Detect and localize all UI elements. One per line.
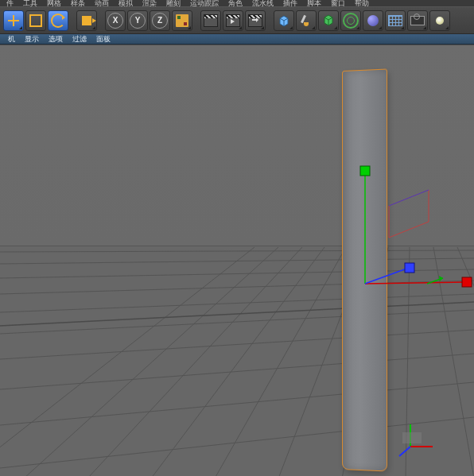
rotate-tool-button[interactable] — [48, 10, 68, 31]
viewmenu-item[interactable]: 面板 — [91, 34, 115, 44]
viewmenu-item[interactable]: 机 — [3, 34, 20, 44]
clapper-arrow-icon — [248, 14, 262, 27]
axis-y-icon: Y — [130, 13, 146, 29]
svg-line-11 — [0, 354, 474, 389]
selected-object[interactable] — [342, 71, 399, 476]
main-toolbar: X Y Z — [0, 6, 474, 34]
scale-tool-button[interactable] — [25, 10, 46, 31]
light-icon — [436, 17, 444, 25]
axis-z-button[interactable]: Z — [150, 10, 170, 31]
svg-line-6 — [0, 269, 474, 278]
menu-item[interactable]: 插件 — [278, 0, 302, 6]
menu-item[interactable]: 运动跟踪 — [185, 0, 223, 6]
ground-grid — [0, 45, 474, 476]
axis-z-icon: Z — [152, 13, 168, 29]
render-settings-button[interactable] — [245, 10, 266, 31]
cube-icon — [278, 14, 290, 27]
menu-item[interactable]: 雕刻 — [161, 0, 185, 6]
svg-line-15 — [24, 247, 278, 476]
recent-tool-button[interactable] — [76, 10, 97, 31]
recent-icon — [82, 16, 91, 25]
svg-line-16 — [87, 247, 302, 476]
menu-item[interactable]: 渲染 — [138, 0, 161, 6]
axis-y-button[interactable]: Y — [127, 10, 148, 31]
svg-line-14 — [0, 247, 254, 476]
metaball-icon — [367, 15, 379, 26]
menu-item[interactable]: 模拟 — [114, 0, 138, 6]
svg-line-4 — [0, 250, 474, 252]
menu-item[interactable]: 样条 — [66, 0, 90, 6]
axis-x-icon: X — [107, 13, 123, 29]
clapper-icon — [204, 14, 218, 27]
array-button[interactable] — [340, 10, 361, 31]
subdiv-icon — [322, 14, 335, 28]
menu-item[interactable]: 件 — [2, 0, 18, 6]
menu-item[interactable]: 窗口 — [326, 0, 350, 6]
svg-line-7 — [0, 281, 474, 294]
coord-system-button[interactable] — [172, 10, 192, 31]
camera-icon — [410, 16, 425, 25]
menu-item[interactable]: 流水线 — [247, 0, 278, 6]
pen-tool-button[interactable] — [296, 10, 317, 31]
svg-line-8 — [0, 294, 474, 312]
viewport-menubar: 机 显示 选项 过滤 面板 — [0, 34, 474, 45]
svg-line-17 — [151, 247, 324, 476]
menu-item[interactable]: 角色 — [223, 0, 247, 6]
menu-item[interactable]: 工具 — [18, 0, 42, 6]
cube-object — [342, 68, 387, 471]
viewmenu-item[interactable]: 选项 — [44, 34, 68, 44]
menu-item[interactable]: 脚本 — [302, 0, 326, 6]
camera-button[interactable] — [407, 10, 428, 31]
svg-line-35 — [399, 447, 410, 456]
axis-x-button[interactable]: X — [105, 10, 126, 31]
menu-item[interactable]: 动画 — [90, 0, 114, 6]
rotate-icon — [51, 14, 65, 28]
svg-line-23 — [457, 247, 474, 476]
floor-button[interactable] — [385, 10, 406, 31]
viewmenu-item[interactable]: 显示 — [20, 34, 44, 44]
coord-icon — [176, 14, 188, 27]
perspective-viewport[interactable] — [0, 45, 474, 476]
svg-rect-37 — [402, 432, 422, 443]
move-tool-button[interactable] — [3, 10, 24, 31]
clapper-play-icon — [226, 14, 240, 27]
svg-line-18 — [215, 247, 346, 476]
app-menubar: 件 工具 网格 样条 动画 模拟 渲染 雕刻 运动跟踪 角色 流水线 插件 脚本… — [0, 0, 474, 6]
subdiv-button[interactable] — [318, 10, 339, 31]
pen-icon — [300, 14, 313, 27]
floor-icon — [388, 15, 402, 26]
metaball-button[interactable] — [363, 10, 383, 31]
move-icon — [8, 15, 19, 26]
render-view-button[interactable] — [200, 10, 221, 31]
svg-line-10 — [0, 330, 474, 359]
viewport-axis-hud — [394, 415, 442, 462]
viewmenu-item[interactable]: 过滤 — [68, 34, 91, 44]
scale-icon — [29, 14, 42, 27]
light-button[interactable] — [429, 10, 450, 31]
menu-item[interactable]: 帮助 — [350, 0, 374, 6]
menu-item[interactable]: 网格 — [42, 0, 66, 6]
primitive-cube-button[interactable] — [274, 10, 294, 31]
render-picture-button[interactable] — [223, 10, 243, 31]
